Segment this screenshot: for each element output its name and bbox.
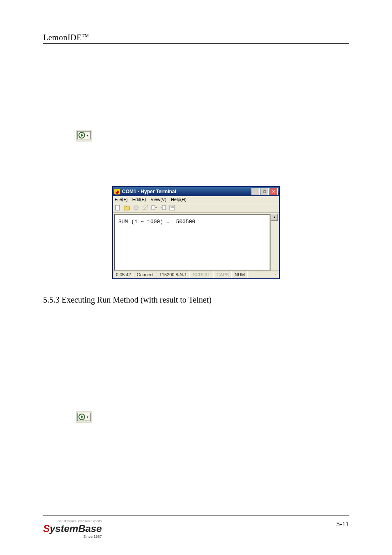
- window-title-text: COM1 - Hyper Terminal: [122, 189, 251, 194]
- status-bar: 0:05:42 Connect 115200 8-N-1 SCROLL CAPS…: [113, 271, 279, 278]
- page-header: LemonIDETM: [43, 33, 349, 44]
- maximize-button[interactable]: □: [261, 188, 269, 195]
- header-title-sup: TM: [82, 33, 89, 38]
- close-button[interactable]: ✕: [270, 188, 278, 195]
- phone-disconnect-icon[interactable]: [142, 204, 148, 211]
- svg-rect-2: [115, 205, 120, 210]
- svg-marker-1: [81, 134, 83, 137]
- menu-edit[interactable]: Edit(E): [132, 197, 146, 202]
- header-title: LemonIDETM: [43, 33, 89, 42]
- phone-connect-icon[interactable]: [133, 204, 139, 211]
- play-icon: [78, 414, 85, 420]
- status-num: NUM: [232, 271, 248, 278]
- resize-grip[interactable]: ⋰: [248, 271, 279, 278]
- run-dropdown-arrow[interactable]: ▾: [85, 415, 90, 419]
- run-button[interactable]: ▾: [76, 130, 92, 141]
- svg-rect-8: [162, 206, 166, 210]
- send-icon[interactable]: [151, 204, 157, 211]
- status-connection: Connect: [134, 271, 157, 278]
- open-folder-icon[interactable]: [124, 204, 130, 211]
- logo-rest: ystemBase: [50, 523, 102, 534]
- receive-icon[interactable]: [160, 204, 166, 211]
- window-titlebar: ◕ COM1 - Hyper Terminal _ □ ✕: [113, 187, 279, 196]
- svg-marker-3: [124, 206, 130, 210]
- header-title-main: LemonIDE: [43, 33, 82, 42]
- section-heading: 5.5.3 Executing Run Method (with result …: [43, 295, 349, 305]
- status-caps: CAPS: [214, 271, 232, 278]
- svg-rect-4: [134, 206, 138, 209]
- new-file-icon[interactable]: [115, 204, 121, 211]
- status-time: 0:05:42: [113, 271, 134, 278]
- minimize-button[interactable]: _: [251, 188, 260, 195]
- run-button[interactable]: ▾: [76, 412, 92, 423]
- svg-marker-13: [81, 415, 83, 419]
- company-logo: Serial Communication Experts SystemBase …: [43, 520, 102, 539]
- menu-file[interactable]: File(F): [115, 197, 128, 202]
- menu-bar: File(F) Edit(E) View(V) Help(H): [113, 196, 279, 203]
- page-footer: Serial Communication Experts SystemBase …: [43, 516, 349, 539]
- status-scroll: SCROLL: [190, 271, 214, 278]
- menu-help[interactable]: Help(H): [171, 197, 187, 202]
- svg-rect-7: [152, 206, 155, 210]
- scrollbar[interactable]: ▴: [270, 214, 278, 271]
- properties-icon[interactable]: [169, 204, 175, 211]
- scroll-up-button[interactable]: ▴: [271, 214, 278, 221]
- logo-initial: S: [43, 523, 50, 534]
- logo-since: Since 1987: [43, 534, 102, 539]
- play-icon: [78, 132, 85, 139]
- menu-view[interactable]: View(V): [151, 197, 166, 202]
- hyperterminal-window: ◕ COM1 - Hyper Terminal _ □ ✕ File(F) Ed…: [113, 187, 279, 279]
- page-number: 5-11: [336, 520, 349, 528]
- run-dropdown-arrow[interactable]: ▾: [85, 134, 90, 137]
- status-setting: 115200 8-N-1: [157, 271, 190, 278]
- terminal-output: SUM (1 ~ 1000) = 500500: [114, 214, 270, 271]
- logo-tagline: Serial Communication Experts: [43, 519, 102, 523]
- toolbar: [113, 203, 279, 213]
- app-icon: ◕: [114, 189, 120, 194]
